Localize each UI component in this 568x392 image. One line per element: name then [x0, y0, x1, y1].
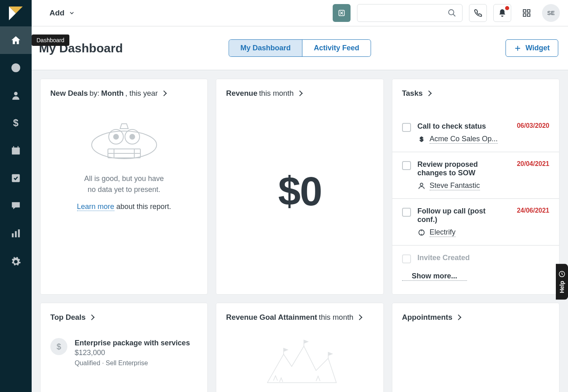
topbar: Add SE: [32, 0, 568, 26]
search-icon: [448, 9, 456, 17]
compose-button[interactable]: [333, 4, 351, 22]
svg-rect-16: [527, 14, 530, 16]
content-area: New Deals by: Month , this year All is g…: [32, 70, 568, 392]
show-more-link[interactable]: Show more...: [402, 270, 467, 281]
add-widget-button[interactable]: Widget: [506, 39, 558, 57]
card-revenue: Revenue this month $0: [216, 79, 383, 294]
svg-rect-10: [18, 229, 19, 237]
learn-more-link[interactable]: Learn more: [77, 202, 114, 211]
task-row: Invitee Created: [392, 245, 559, 266]
card-title-revenue[interactable]: Revenue this month: [226, 89, 373, 98]
help-icon: [558, 270, 566, 278]
chevron-right-icon: [357, 314, 362, 320]
nav-tooltip: Dashboard: [32, 34, 69, 46]
sidebar: Dashboard $: [0, 0, 32, 392]
task-title: Invitee Created: [417, 254, 549, 262]
apps-button[interactable]: [518, 4, 536, 22]
task-checkbox[interactable]: [402, 123, 411, 132]
svg-point-20: [114, 134, 118, 139]
svg-text:$: $: [13, 118, 18, 128]
task-list: Call to check status $ Acme Co Sales Op.…: [392, 106, 559, 266]
task-row: Follow up call (post conf.) Electrify 24…: [392, 198, 559, 245]
add-button[interactable]: Add: [48, 6, 77, 20]
card-appointments: Appointments: [392, 303, 559, 392]
help-tab[interactable]: Help: [556, 264, 568, 299]
chevron-right-icon: [89, 314, 95, 320]
chevron-right-icon: [161, 90, 167, 96]
help-label: Help: [559, 281, 565, 293]
svg-rect-9: [15, 231, 17, 237]
phone-icon: [473, 9, 482, 17]
nav-contacts[interactable]: [0, 82, 32, 109]
task-link[interactable]: Steve Fantastic: [430, 181, 480, 190]
nav-tasks[interactable]: [0, 164, 32, 192]
search-input[interactable]: [357, 4, 463, 22]
task-checkbox[interactable]: [402, 254, 411, 263]
svg-point-3: [15, 67, 17, 69]
task-checkbox[interactable]: [402, 208, 411, 217]
svg-point-24: [420, 183, 423, 186]
task-date: 06/03/2020: [517, 122, 549, 129]
nav-settings[interactable]: [0, 248, 32, 276]
dollar-icon: $: [417, 135, 426, 143]
revenue-value: $0: [278, 168, 321, 215]
card-title-top-deals[interactable]: Top Deals: [50, 313, 198, 322]
task-link[interactable]: Acme Co Sales Op...: [430, 135, 498, 144]
deal-amount: $123,000: [75, 349, 105, 357]
task-link[interactable]: Electrify: [430, 228, 456, 237]
svg-rect-15: [523, 14, 526, 16]
task-row: Review proposed changes to SOW Steve Fan…: [392, 152, 559, 198]
chevron-right-icon: [426, 90, 432, 96]
empty-illustration: [86, 116, 163, 165]
deal-name: Enterprise package with services: [75, 339, 190, 347]
deal-row: $ Enterprise package with services $123,…: [50, 338, 198, 367]
add-label: Add: [49, 9, 65, 17]
card-top-deals: Top Deals $ Enterprise package with serv…: [41, 303, 207, 392]
tab-my-dashboard[interactable]: My Dashboard: [229, 40, 302, 56]
chevron-down-icon: [69, 10, 75, 16]
task-checkbox[interactable]: [402, 161, 411, 170]
grid-icon: [522, 9, 531, 17]
task-row: Call to check status $ Acme Co Sales Op.…: [392, 106, 559, 152]
plus-icon: [514, 45, 521, 52]
nav-reports[interactable]: [0, 220, 32, 247]
card-title-tasks[interactable]: Tasks: [392, 89, 559, 98]
brand-logo[interactable]: [0, 0, 32, 26]
svg-rect-13: [523, 10, 526, 12]
nav-calendar[interactable]: [0, 137, 32, 164]
page-header: My Dashboard My Dashboard Activity Feed …: [32, 26, 568, 70]
nav-leads[interactable]: [0, 54, 32, 82]
chevron-right-icon: [297, 90, 303, 96]
card-title-appointments[interactable]: Appointments: [402, 313, 549, 322]
svg-rect-6: [12, 147, 20, 154]
avatar-initials: SE: [547, 10, 555, 16]
svg-rect-8: [12, 233, 13, 237]
svg-point-4: [14, 92, 18, 95]
widget-label: Widget: [525, 44, 550, 52]
card-revenue-goal: Revenue Goal Attainment this month: [216, 303, 383, 392]
notifications-button[interactable]: [493, 4, 511, 22]
svg-point-12: [449, 10, 454, 15]
nav-home[interactable]: Dashboard: [0, 26, 32, 54]
view-tabs: My Dashboard Activity Feed: [228, 39, 371, 57]
chevron-right-icon: [456, 314, 461, 320]
nav-chat[interactable]: [0, 192, 32, 220]
task-date: 24/06/2021: [517, 207, 549, 214]
person-icon: [417, 182, 426, 190]
avatar[interactable]: SE: [542, 4, 560, 22]
deal-sub: Qualified · Sell Enterprise: [75, 360, 198, 367]
svg-point-21: [130, 134, 135, 139]
target-icon: [417, 228, 426, 237]
tab-activity-feed[interactable]: Activity Feed: [302, 40, 370, 56]
card-title-revenue-goal[interactable]: Revenue Goal Attainment this month: [226, 313, 373, 322]
svg-rect-14: [527, 10, 530, 12]
nav-deals[interactable]: $: [0, 109, 32, 137]
goal-illustration: [259, 338, 340, 387]
svg-text:$: $: [420, 136, 423, 142]
svg-point-17: [92, 131, 157, 159]
card-new-deals: New Deals by: Month , this year All is g…: [41, 79, 207, 294]
card-title-new-deals[interactable]: New Deals by: Month , this year: [50, 89, 198, 98]
phone-button[interactable]: [469, 4, 487, 22]
task-date: 20/04/2021: [517, 160, 549, 168]
card-tasks: Tasks Call to check status $ Acme Co Sal…: [392, 79, 559, 294]
